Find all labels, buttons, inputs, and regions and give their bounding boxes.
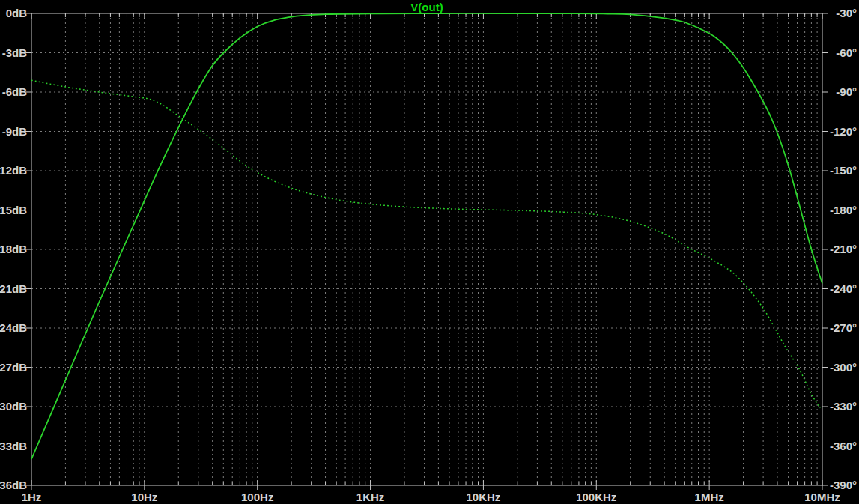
- tick-label: -6dB: [2, 85, 28, 98]
- tick-label: 10MHz: [804, 491, 840, 503]
- tick-label: -33dB: [0, 440, 27, 452]
- tick-label: -240°: [830, 282, 857, 295]
- tick-label: -30dB: [0, 400, 27, 413]
- tick-label: -270°: [830, 321, 857, 334]
- tick-label: -30°: [836, 7, 857, 19]
- tick-label: -90°: [836, 85, 857, 98]
- tick-label: 10Hz: [131, 491, 157, 503]
- tick-label: 1MHz: [695, 491, 724, 503]
- tick-label: -60°: [836, 46, 857, 59]
- bode-plot-canvas[interactable]: 0dB-3dB-6dB-9dB-12dB-15dB-18dB-21dB-24dB…: [0, 0, 859, 504]
- waveform-pane[interactable]: 0dB-3dB-6dB-9dB-12dB-15dB-18dB-21dB-24dB…: [0, 0, 859, 504]
- tick-label: 0dB: [6, 7, 28, 19]
- trace-label[interactable]: V(out): [410, 1, 443, 13]
- tick-label: -210°: [830, 243, 857, 255]
- tick-label: 1Hz: [22, 491, 42, 503]
- tick-label: -180°: [830, 204, 857, 216]
- tick-label: -3dB: [2, 46, 28, 59]
- tick-label: 100Hz: [241, 491, 273, 503]
- tick-label: -27dB: [0, 361, 27, 374]
- plot-background: [0, 0, 859, 504]
- tick-label: -21dB: [0, 282, 27, 295]
- tick-label: -36dB: [0, 479, 27, 491]
- tick-label: -330°: [830, 400, 857, 413]
- tick-label: 1KHz: [356, 491, 385, 503]
- tick-label: 10KHz: [466, 491, 500, 503]
- tick-label: -360°: [830, 440, 857, 452]
- tick-label: -300°: [830, 361, 857, 374]
- tick-label: 100KHz: [576, 491, 616, 503]
- tick-label: -390°: [830, 479, 857, 491]
- tick-label: -120°: [830, 125, 857, 138]
- tick-label: -12dB: [0, 164, 27, 177]
- tick-label: -24dB: [0, 321, 27, 334]
- tick-label: -150°: [830, 164, 857, 177]
- tick-label: -18dB: [0, 243, 27, 255]
- tick-label: -15dB: [0, 204, 27, 216]
- tick-label: -9dB: [2, 125, 28, 138]
